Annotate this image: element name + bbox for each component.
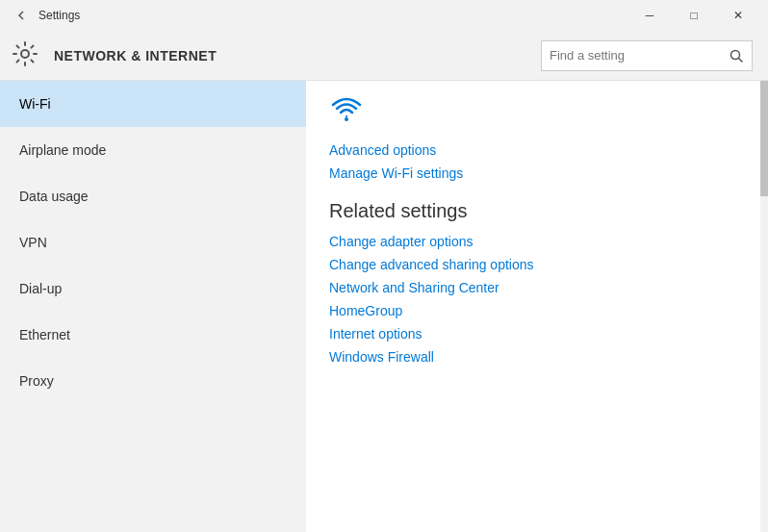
sidebar-label-ethernet: Ethernet xyxy=(19,327,70,342)
content-inner: Advanced options Manage Wi-Fi settings R… xyxy=(306,81,768,395)
sidebar-label-dialup: Dial-up xyxy=(19,281,62,296)
network-sharing-center-link[interactable]: Network and Sharing Center xyxy=(329,280,745,295)
back-button[interactable] xyxy=(12,6,31,25)
close-button[interactable]: ✕ xyxy=(716,0,760,31)
advanced-options-link[interactable]: Advanced options xyxy=(329,142,745,158)
sidebar-item-wifi[interactable]: Wi-Fi xyxy=(0,81,306,127)
sidebar-item-proxy[interactable]: Proxy xyxy=(0,358,306,404)
gear-icon xyxy=(12,40,42,71)
related-settings-heading: Related settings xyxy=(329,200,745,222)
svg-line-2 xyxy=(739,58,743,62)
window-controls: ─ □ ✕ xyxy=(627,0,760,31)
minimize-button[interactable]: ─ xyxy=(627,0,672,31)
sidebar-item-dialup[interactable]: Dial-up xyxy=(0,266,306,312)
scrollbar-thumb[interactable] xyxy=(760,81,768,196)
sidebar-label-vpn: VPN xyxy=(19,235,47,250)
wifi-icon xyxy=(329,92,364,127)
window-title: Settings xyxy=(38,9,80,22)
sidebar-label-proxy: Proxy xyxy=(19,373,54,389)
manage-wifi-link[interactable]: Manage Wi-Fi settings xyxy=(329,165,745,181)
app-title: NETWORK & INTERNET xyxy=(54,48,217,63)
content-header xyxy=(329,81,745,135)
homegroup-link[interactable]: HomeGroup xyxy=(329,303,745,318)
app-header-left: NETWORK & INTERNET xyxy=(12,40,217,71)
windows-firewall-link[interactable]: Windows Firewall xyxy=(329,349,745,365)
sidebar: Wi-Fi Airplane mode Data usage VPN Dial-… xyxy=(0,81,306,532)
search-input[interactable] xyxy=(542,48,721,63)
svg-point-3 xyxy=(345,117,348,121)
change-adapter-link[interactable]: Change adapter options xyxy=(329,234,745,249)
sidebar-label-wifi: Wi-Fi xyxy=(19,96,51,112)
change-sharing-link[interactable]: Change advanced sharing options xyxy=(329,257,745,272)
sidebar-label-airplane: Airplane mode xyxy=(19,142,106,158)
search-icon[interactable] xyxy=(721,40,752,71)
svg-point-0 xyxy=(21,50,29,58)
sidebar-item-vpn[interactable]: VPN xyxy=(0,219,306,266)
sidebar-item-datausage[interactable]: Data usage xyxy=(0,173,306,219)
maximize-button[interactable]: □ xyxy=(672,0,716,31)
app-header: NETWORK & INTERNET xyxy=(0,31,768,81)
content-area: Advanced options Manage Wi-Fi settings R… xyxy=(306,81,768,532)
sidebar-label-datausage: Data usage xyxy=(19,189,89,204)
title-bar-left: Settings xyxy=(12,6,80,25)
internet-options-link[interactable]: Internet options xyxy=(329,326,745,342)
sidebar-item-airplane[interactable]: Airplane mode xyxy=(0,127,306,173)
search-box[interactable] xyxy=(541,40,753,71)
scrollbar-track[interactable] xyxy=(760,81,768,532)
title-bar: Settings ─ □ ✕ xyxy=(0,0,768,31)
sidebar-item-ethernet[interactable]: Ethernet xyxy=(0,312,306,358)
main-layout: Wi-Fi Airplane mode Data usage VPN Dial-… xyxy=(0,81,768,532)
